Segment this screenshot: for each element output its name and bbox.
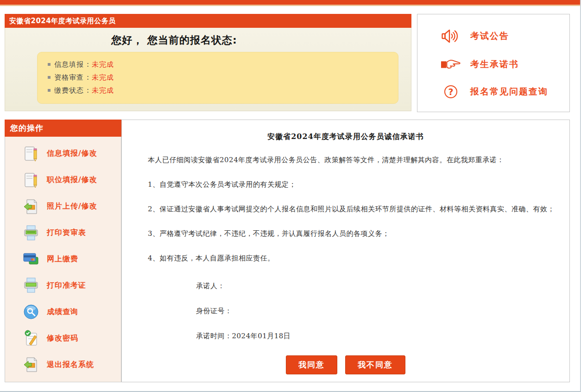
status-row-info: 信息填报 : 未完成	[48, 58, 398, 71]
id-number-label: 身份证号：	[196, 304, 569, 317]
letter-paragraph: 2、保证通过安徽省人事考试网提交的个人报名信息和照片以及后续相关环节所提供的证件…	[134, 202, 557, 215]
document-pencil-icon	[22, 171, 40, 190]
sidebar-item-label: 修改密码	[47, 334, 78, 343]
sidebar-item-change-password[interactable]: 修改密码	[22, 329, 121, 348]
sidebar-item-online-payment[interactable]: 网上缴费	[22, 250, 121, 268]
sidebar-item-print-admission-ticket[interactable]: 打印准考证	[22, 276, 121, 295]
printer-icon	[22, 224, 40, 242]
sidebar-body: 信息填报/修改 职位填报/修改	[5, 137, 121, 382]
link-label: 考生承诺书	[470, 58, 519, 70]
link-label: 考试公告	[470, 30, 509, 42]
square-bullet-icon	[48, 63, 51, 66]
credit-cards-icon	[22, 250, 40, 268]
sidebar-item-label: 打印资审表	[47, 228, 86, 238]
speaker-icon	[441, 28, 461, 44]
top-banner-strip	[0, 0, 580, 6]
status-label: 信息填报	[54, 60, 84, 69]
link-faq[interactable]: ? 报名常见问题查询	[441, 85, 569, 98]
signature-block: 承诺人： 身份证号： 承诺时间：2024年01月18日	[196, 279, 569, 342]
status-value: 未完成	[92, 73, 114, 82]
pencil-check-icon	[22, 329, 40, 348]
status-row-payment: 缴费状态 : 未完成	[48, 84, 398, 97]
sidebar-item-score-query[interactable]: 成绩查询	[22, 303, 121, 321]
letter-paragraph: 本人已仔细阅读安徽省2024年度考试录用公务员公告、政策解答等文件，清楚并理解其…	[134, 153, 557, 166]
status-panel: 安徽省2024年度考试录用公务员 您好， 您当前的报名状态: 信息填报 : 未完…	[5, 14, 411, 111]
link-candidate-commitment[interactable]: 考生承诺书	[441, 57, 569, 71]
sidebar-item-label: 照片上传/修改	[47, 202, 97, 211]
status-label: 缴费状态	[54, 86, 84, 95]
sidebar-title: 您的操作	[5, 120, 121, 137]
sidebar-item-label: 网上缴费	[47, 254, 78, 264]
document-pencil-icon	[22, 145, 40, 163]
promise-date-label: 承诺时间：	[196, 332, 232, 340]
pointing-hand-icon	[441, 57, 461, 71]
letter-paragraph: 1、自觉遵守本次公务员考试录用的有关规定；	[134, 178, 557, 191]
agree-button[interactable]: 我同意	[286, 355, 337, 374]
exit-arrow-icon	[22, 355, 40, 374]
document-arrow-icon	[22, 197, 40, 216]
magnifier-icon	[22, 303, 40, 321]
sidebar-item-label: 成绩查询	[47, 307, 78, 317]
printer-icon	[22, 276, 40, 295]
letter-title: 安徽省2024年度考试录用公务员诚信承诺书	[122, 132, 569, 142]
sidebar-item-label: 退出报名系统	[47, 360, 94, 370]
question-mark-icon: ?	[441, 85, 461, 98]
status-separator: :	[87, 86, 89, 95]
status-value: 未完成	[92, 60, 114, 69]
sidebar: 您的操作 信息填报/修改	[5, 120, 121, 382]
square-bullet-icon	[48, 89, 51, 92]
promisor-label: 承诺人：	[196, 279, 569, 292]
sidebar-item-print-review-form[interactable]: 打印资审表	[22, 224, 121, 242]
status-box: 信息填报 : 未完成 资格审查 : 未完成 缴费状态 : 未完成	[37, 52, 398, 104]
status-separator: :	[87, 60, 89, 69]
question-glyph: ?	[444, 85, 457, 98]
status-value: 未完成	[92, 86, 114, 95]
status-panel-body: 您好， 您当前的报名状态: 信息填报 : 未完成 资格审查 : 未完成 缴费状态	[5, 28, 411, 111]
sidebar-item-label: 信息填报/修改	[47, 149, 97, 158]
letter-paragraph: 4、如有违反，本人自愿承担相应责任。	[134, 252, 557, 265]
status-row-qualification: 资格审查 : 未完成	[48, 71, 398, 84]
letter-paragraph: 3、严格遵守考试纪律，不违纪，不违规，并认真履行报名人员的各项义务；	[134, 227, 557, 240]
sidebar-item-photo-upload[interactable]: 照片上传/修改	[22, 197, 121, 216]
sidebar-item-label: 职位填报/修改	[47, 175, 97, 185]
registration-page: 安徽省2024年度考试录用公务员 您好， 您当前的报名状态: 信息填报 : 未完…	[0, 0, 581, 392]
square-bullet-icon	[48, 76, 51, 79]
status-separator: :	[87, 73, 89, 82]
sidebar-item-info-fill[interactable]: 信息填报/修改	[22, 145, 121, 163]
link-label: 报名常见问题查询	[470, 86, 548, 98]
letter-actions: 我同意 我不同意	[122, 355, 569, 374]
letter-body: 本人已仔细阅读安徽省2024年度考试录用公务员公告、政策解答等文件，清楚并理解其…	[122, 153, 569, 265]
promise-date-value: 2024年01月18日	[232, 332, 291, 340]
status-panel-title: 安徽省2024年度考试录用公务员	[5, 14, 411, 28]
status-label: 资格审查	[54, 73, 84, 82]
sidebar-item-exit-system[interactable]: 退出报名系统	[22, 355, 121, 374]
disagree-button[interactable]: 我不同意	[345, 355, 405, 374]
promise-date-line: 承诺时间：2024年01月18日	[196, 329, 569, 342]
greeting-text: 您好， 您当前的报名状态:	[5, 28, 343, 47]
sidebar-item-position-fill[interactable]: 职位填报/修改	[22, 171, 121, 190]
sidebar-item-label: 打印准考证	[47, 281, 86, 291]
link-exam-announcement[interactable]: 考试公告	[441, 28, 569, 44]
commitment-letter-panel: 安徽省2024年度考试录用公务员诚信承诺书 本人已仔细阅读安徽省2024年度考试…	[121, 120, 570, 382]
quick-links-panel: 考试公告 考生承诺书 ? 报名常见问题查询	[417, 14, 570, 112]
